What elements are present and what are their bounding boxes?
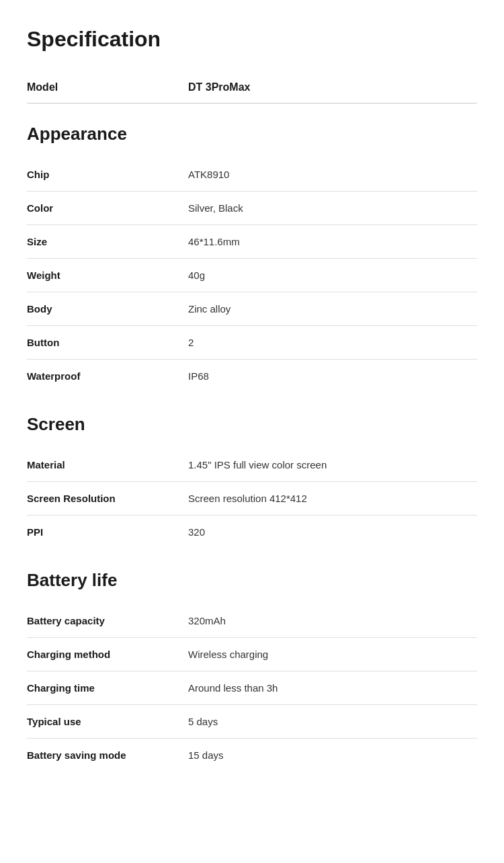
spec-value: Zinc alloy bbox=[188, 303, 477, 315]
spec-value: 5 days bbox=[188, 716, 477, 727]
row-divider bbox=[27, 515, 477, 516]
spec-label: Size bbox=[27, 236, 188, 247]
spec-label: Screen Resolution bbox=[27, 493, 188, 504]
spec-value: 1.45" IPS full view color screen bbox=[188, 459, 477, 470]
spec-label: Typical use bbox=[27, 716, 188, 727]
spec-label: Body bbox=[27, 303, 188, 315]
spec-row: Battery saving mode15 days bbox=[27, 741, 477, 769]
row-divider bbox=[27, 671, 477, 671]
spec-value: 40g bbox=[188, 270, 477, 281]
row-divider bbox=[27, 359, 477, 360]
row-divider bbox=[27, 738, 477, 739]
spec-row: WaterproofIP68 bbox=[27, 362, 477, 390]
spec-value: IP68 bbox=[188, 370, 477, 382]
spec-row: PPI320 bbox=[27, 518, 477, 546]
spec-row: Charging timeAround less than 3h bbox=[27, 674, 477, 702]
page-title: Specification bbox=[27, 27, 477, 52]
section-title-appearance: Appearance bbox=[27, 124, 477, 145]
spec-label: Battery capacity bbox=[27, 615, 188, 626]
spec-label: PPI bbox=[27, 526, 188, 538]
spec-row: Typical use5 days bbox=[27, 708, 477, 735]
spec-value: 15 days bbox=[188, 749, 477, 761]
row-divider bbox=[27, 704, 477, 705]
spec-row: BodyZinc alloy bbox=[27, 295, 477, 323]
section-title-screen: Screen bbox=[27, 414, 477, 435]
row-divider bbox=[27, 191, 477, 192]
row-divider bbox=[27, 224, 477, 225]
spec-value: Screen resolution 412*412 bbox=[188, 493, 477, 504]
spec-row: Weight40g bbox=[27, 261, 477, 289]
spec-value: Wireless charging bbox=[188, 649, 477, 660]
spec-row: Material1.45" IPS full view color screen bbox=[27, 451, 477, 479]
row-divider bbox=[27, 637, 477, 638]
spec-label: Material bbox=[27, 459, 188, 470]
row-divider bbox=[27, 292, 477, 292]
spec-value: 2 bbox=[188, 337, 477, 348]
spec-label: Weight bbox=[27, 270, 188, 281]
spec-label: Charging method bbox=[27, 649, 188, 660]
section-title-battery: Battery life bbox=[27, 570, 477, 591]
spec-label: Button bbox=[27, 337, 188, 348]
spec-row: Size46*11.6mm bbox=[27, 228, 477, 255]
spec-row: Charging methodWireless charging bbox=[27, 641, 477, 668]
spec-value: 320mAh bbox=[188, 615, 477, 626]
row-divider bbox=[27, 258, 477, 259]
section-battery: Battery lifeBattery capacity320mAhChargi… bbox=[27, 570, 477, 769]
spec-value: Around less than 3h bbox=[188, 682, 477, 694]
spec-value: ATK8910 bbox=[188, 169, 477, 180]
row-divider bbox=[27, 481, 477, 482]
spec-value: Silver, Black bbox=[188, 202, 477, 214]
spec-label: Waterproof bbox=[27, 370, 188, 382]
spec-row: ChipATK8910 bbox=[27, 161, 477, 188]
spec-row: Screen ResolutionScreen resolution 412*4… bbox=[27, 485, 477, 512]
section-appearance: AppearanceChipATK8910ColorSilver, BlackS… bbox=[27, 124, 477, 390]
model-label: Model bbox=[27, 81, 188, 93]
spec-label: Color bbox=[27, 202, 188, 214]
spec-row: Battery capacity320mAh bbox=[27, 607, 477, 634]
spec-row: Button2 bbox=[27, 329, 477, 356]
spec-row: ColorSilver, Black bbox=[27, 194, 477, 222]
spec-value: 320 bbox=[188, 526, 477, 538]
spec-label: Charging time bbox=[27, 682, 188, 694]
spec-label: Battery saving mode bbox=[27, 749, 188, 761]
row-divider bbox=[27, 325, 477, 326]
spec-value: 46*11.6mm bbox=[188, 236, 477, 247]
model-row: Model DT 3ProMax bbox=[27, 72, 477, 104]
section-screen: ScreenMaterial1.45" IPS full view color … bbox=[27, 414, 477, 546]
model-value: DT 3ProMax bbox=[188, 81, 250, 93]
spec-label: Chip bbox=[27, 169, 188, 180]
